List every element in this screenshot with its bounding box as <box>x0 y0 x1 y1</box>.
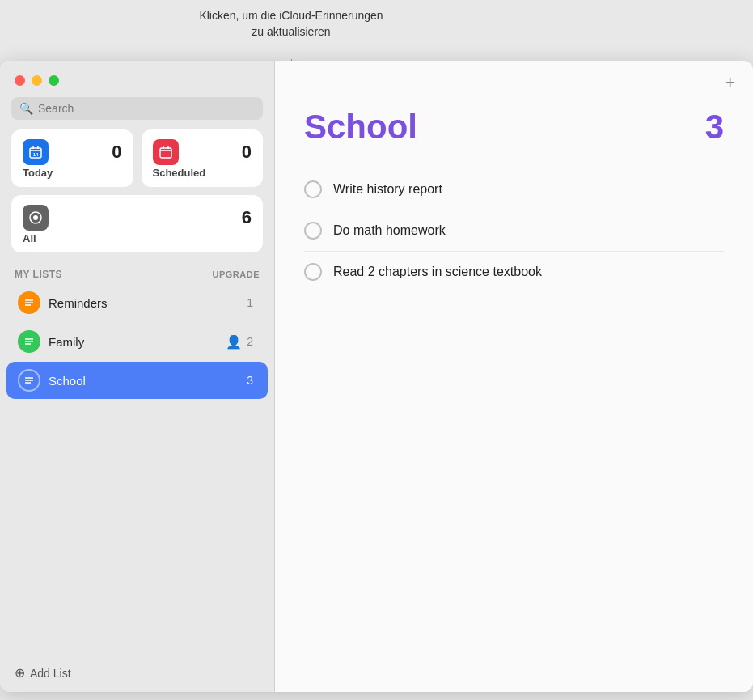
shared-icon: 👤 <box>226 334 242 350</box>
app-window: 🔍 14 0 Toda <box>0 61 753 692</box>
my-lists-title: My Lists <box>15 269 62 280</box>
search-icon: 🔍 <box>19 102 33 115</box>
family-count: 2 <box>247 335 253 348</box>
all-card[interactable]: 6 All <box>11 195 263 252</box>
svg-rect-5 <box>160 148 171 158</box>
scheduled-card[interactable]: 0 Scheduled <box>142 129 264 187</box>
list-title: School <box>304 108 417 146</box>
today-label: Today <box>23 167 122 179</box>
family-label: Family <box>49 335 226 349</box>
tooltip-callout: Klicken, um die iCloud-Erinnerungen zu a… <box>162 0 421 45</box>
all-icon <box>23 205 49 231</box>
traffic-lights <box>0 61 274 94</box>
sidebar-item-reminders[interactable]: Reminders 1 <box>6 284 268 321</box>
svg-text:14: 14 <box>33 152 39 157</box>
all-count: 6 <box>242 207 252 228</box>
tasks-list: Write history report Do math homework Re… <box>275 169 753 292</box>
sidebar: 🔍 14 0 Toda <box>0 61 275 692</box>
school-count: 3 <box>247 374 253 387</box>
task-item: Write history report <box>304 169 724 210</box>
search-bar[interactable]: 🔍 <box>11 97 263 120</box>
search-input[interactable] <box>38 102 255 115</box>
sidebar-item-school[interactable]: School 3 <box>6 362 268 399</box>
school-label: School <box>49 374 247 388</box>
today-icon: 14 <box>23 139 49 165</box>
task-item: Do math homework <box>304 210 724 252</box>
reminders-icon <box>18 291 40 314</box>
task-text-2: Do math homework <box>333 223 446 238</box>
smart-lists: 14 0 Today <box>0 129 274 187</box>
task-checkbox-3[interactable] <box>304 263 322 281</box>
minimize-button[interactable] <box>32 75 42 86</box>
my-lists-header: My Lists UPGRADE <box>0 264 274 283</box>
list-header: School 3 <box>275 91 753 169</box>
add-list-icon: ⊕ <box>15 665 25 681</box>
scheduled-icon <box>153 139 179 165</box>
task-checkbox-1[interactable] <box>304 180 322 198</box>
list-total-count: 3 <box>705 108 724 146</box>
reminders-label: Reminders <box>49 296 247 310</box>
main-content: + School 3 Write history report Do math … <box>275 61 753 692</box>
close-button[interactable] <box>15 75 25 86</box>
add-list-label: Add List <box>30 667 71 680</box>
task-text-3: Read 2 chapters in science textbook <box>333 265 542 279</box>
sidebar-item-family[interactable]: Family 👤 2 <box>6 323 268 360</box>
reminders-count: 1 <box>247 296 253 309</box>
upgrade-button[interactable]: UPGRADE <box>212 269 260 279</box>
family-icon <box>18 330 40 353</box>
add-list-button[interactable]: ⊕ Add List <box>0 654 274 692</box>
today-card[interactable]: 14 0 Today <box>11 129 133 187</box>
school-icon <box>18 369 40 392</box>
task-text-1: Write history report <box>333 182 442 197</box>
task-checkbox-2[interactable] <box>304 222 322 240</box>
maximize-button[interactable] <box>49 75 59 86</box>
scheduled-count: 0 <box>242 142 252 163</box>
task-item: Read 2 chapters in science textbook <box>304 252 724 292</box>
tooltip-text: Klicken, um die iCloud-Erinnerungen zu a… <box>199 9 383 38</box>
main-toolbar: + <box>275 61 753 91</box>
add-task-button[interactable]: + <box>725 74 735 91</box>
today-count: 0 <box>112 142 121 163</box>
all-label: All <box>23 232 252 244</box>
scheduled-label: Scheduled <box>153 167 252 179</box>
svg-point-10 <box>33 215 38 220</box>
